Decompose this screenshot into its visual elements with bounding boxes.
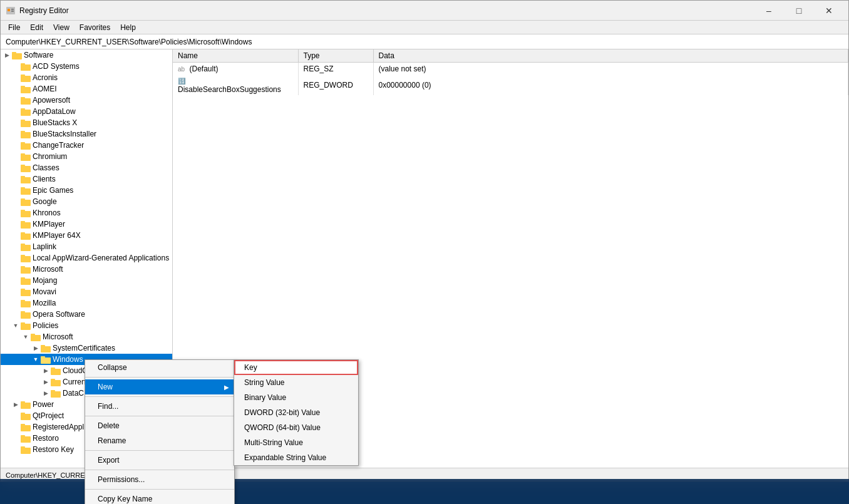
svg-rect-62: [51, 380, 61, 386]
ctx-separator-2: [85, 396, 234, 397]
minimize-button[interactable]: –: [754, 1, 783, 21]
tree-item-apowersoft[interactable]: Apowersoft: [1, 95, 172, 106]
svg-rect-53: [21, 322, 25, 324]
folder-icon: [21, 400, 31, 409]
svg-rect-63: [51, 379, 55, 381]
close-button[interactable]: ✕: [815, 1, 843, 21]
ctx-collapse[interactable]: Collapse: [85, 360, 234, 375]
tree-item-microsoft[interactable]: Microsoft: [1, 264, 172, 275]
tree-item-policies-microsoft[interactable]: ▼ Microsoft: [1, 331, 172, 342]
folder-icon: [21, 163, 31, 172]
tree-item-mojang[interactable]: Mojang: [1, 275, 172, 286]
ctx-permissions[interactable]: Permissions...: [85, 472, 234, 487]
folder-icon: [21, 62, 31, 71]
folder-icon: [21, 287, 31, 296]
ctx-new[interactable]: New: [85, 379, 234, 394]
tree-label: QtProject: [33, 411, 64, 420]
tree-item-bluestacksx[interactable]: BlueStacks X: [1, 117, 172, 128]
svg-rect-13: [21, 97, 25, 99]
menu-edit[interactable]: Edit: [25, 22, 48, 33]
tree-item-policies[interactable]: ▼ Policies: [1, 320, 172, 331]
menu-file[interactable]: File: [3, 22, 25, 33]
svg-rect-59: [41, 356, 45, 358]
svg-rect-52: [21, 324, 31, 330]
tree-item-google[interactable]: Google: [1, 196, 172, 207]
col-name: Name: [173, 49, 298, 63]
submenu-binary-value[interactable]: Binary Value: [234, 390, 358, 405]
tree-item-software[interactable]: ▶ Software: [1, 49, 172, 61]
ctx-rename[interactable]: Rename: [85, 433, 234, 448]
folder-icon: [21, 152, 31, 161]
tree-item-localapp[interactable]: Local AppWizard-Generated Applications: [1, 252, 172, 264]
svg-rect-48: [21, 301, 31, 307]
tree-item-kmplayer[interactable]: KMPlayer: [1, 219, 172, 230]
svg-rect-3: [11, 11, 14, 12]
tree-item-kmplayer64x[interactable]: KMPlayer 64X: [1, 230, 172, 241]
expand-icon: [11, 106, 21, 116]
submenu-qword-value[interactable]: QWORD (64-bit) Value: [234, 420, 358, 435]
folder-icon: [21, 445, 31, 454]
folder-icon: [21, 208, 31, 217]
tree-label: KMPlayer: [33, 220, 65, 229]
folder-open-icon: [21, 321, 31, 330]
tree-item-aomei[interactable]: AOMEI: [1, 83, 172, 95]
app-icon: [6, 6, 16, 16]
expand-icon: [11, 230, 21, 240]
tree-label: Acronis: [33, 73, 58, 82]
tree-label: ACD Systems: [33, 62, 80, 71]
expand-icon: [11, 242, 21, 252]
folder-icon: [21, 96, 31, 105]
submenu-string-value[interactable]: String Value: [234, 375, 358, 390]
submenu-expandable-value[interactable]: Expandable String Value: [234, 450, 358, 465]
tree-item-clients[interactable]: Clients: [1, 173, 172, 185]
svg-rect-72: [21, 436, 31, 443]
ctx-copy-key-name[interactable]: Copy Key Name: [85, 491, 234, 504]
tree-item-laplink[interactable]: Laplink: [1, 241, 172, 252]
tree-item-acd[interactable]: ACD Systems: [1, 61, 172, 72]
submenu-key[interactable]: Key: [234, 360, 358, 375]
ctx-delete[interactable]: Delete: [85, 418, 234, 433]
menu-view[interactable]: View: [48, 22, 75, 33]
tree-item-appdatalow[interactable]: AppDataLow: [1, 106, 172, 117]
tree-item-opera[interactable]: Opera Software: [1, 309, 172, 320]
ctx-find[interactable]: Find...: [85, 399, 234, 414]
submenu-dword-value[interactable]: DWORD (32-bit) Value: [234, 405, 358, 420]
svg-rect-68: [21, 414, 31, 420]
expand-icon: [11, 140, 21, 150]
tree-item-epicgames[interactable]: Epic Games: [1, 185, 172, 196]
tree-item-acronis[interactable]: Acronis: [1, 72, 172, 83]
table-row[interactable]: 🔢 DisableSearchBoxSuggestions REG_DWORD …: [173, 75, 848, 95]
tree-item-movavi[interactable]: Movavi: [1, 286, 172, 297]
svg-rect-9: [21, 75, 25, 76]
svg-rect-70: [21, 425, 31, 431]
expand-icon: [11, 298, 21, 308]
tree-label: Mozilla: [33, 299, 56, 307]
menu-help[interactable]: Help: [115, 22, 141, 33]
tree-item-chromium[interactable]: Chromium: [1, 151, 172, 162]
tree-item-bluestacksinstaller[interactable]: BlueStacksInstaller: [1, 128, 172, 140]
tree-label: Restoro Key: [33, 445, 74, 454]
expand-icon: [11, 411, 21, 421]
cell-data: 0x00000000 (0): [373, 75, 848, 95]
tree-label: Policies: [33, 321, 58, 330]
expand-icon: ▼: [21, 332, 31, 342]
menu-favorites[interactable]: Favorites: [75, 22, 115, 33]
ctx-separator-3: [85, 416, 234, 416]
tree-item-systemcerts[interactable]: ▶ SystemCertificates: [1, 342, 172, 354]
expand-icon: [11, 219, 21, 229]
submenu-multistring-value[interactable]: Multi-String Value: [234, 435, 358, 450]
svg-rect-55: [31, 334, 35, 336]
tree-item-classes[interactable]: Classes: [1, 162, 172, 173]
tree-item-mozilla[interactable]: Mozilla: [1, 297, 172, 309]
folder-icon: [21, 73, 31, 82]
folder-icon: [21, 175, 31, 183]
tree-item-changetracker[interactable]: ChangeTracker: [1, 140, 172, 151]
ctx-separator-1: [85, 377, 234, 378]
maximize-button[interactable]: □: [785, 1, 813, 21]
ctx-export[interactable]: Export: [85, 453, 234, 468]
svg-rect-11: [21, 86, 25, 88]
tree-item-khronos[interactable]: Khronos: [1, 207, 172, 219]
row-name: (Default): [189, 64, 218, 73]
svg-rect-7: [21, 63, 25, 65]
table-row[interactable]: ab (Default) REG_SZ (value not set): [173, 63, 848, 75]
